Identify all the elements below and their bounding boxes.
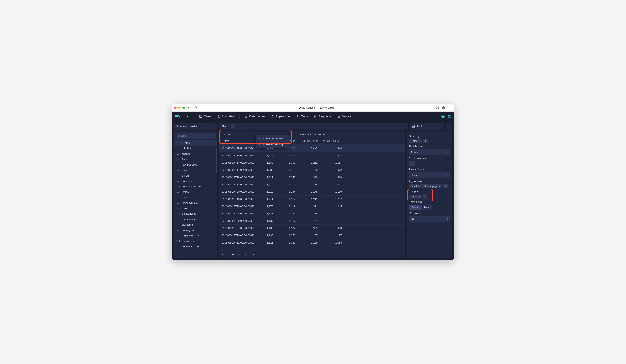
filter-bar[interactable]: Filter: + (219, 123, 408, 129)
column-item[interactable]: 123deltaBucket (174, 211, 217, 216)
settings-icon[interactable] (441, 115, 445, 118)
view-select[interactable]: Table ▼ (410, 123, 444, 129)
view-options-button[interactable]: ··· (446, 123, 452, 129)
search-input[interactable] (175, 133, 216, 139)
next-page-button[interactable] (227, 253, 229, 256)
pivot-column-select[interactable]: None ▼ (409, 172, 450, 178)
column-header-time[interactable]: __time (219, 137, 254, 144)
aggregate-count-tag[interactable]: Count✕ (409, 184, 422, 188)
column-item[interactable]: Anamespace (174, 216, 217, 222)
translate-icon[interactable] (436, 106, 439, 109)
step-up-icon[interactable]: ▲ (446, 217, 448, 219)
cell-count: 1,339 (254, 166, 276, 173)
remove-tag-icon[interactable]: ✕ (439, 185, 441, 188)
add-aggregate-button[interactable]: + (443, 184, 448, 188)
extensions-icon[interactable] (442, 106, 445, 109)
column-item[interactable]: AcountryName (174, 227, 217, 233)
step-down-icon[interactable]: ▼ (446, 219, 448, 221)
add-filter-button[interactable]: + (231, 124, 235, 128)
table-row[interactable]: 2016-06-27T09:00:00.000Z1,1371,1271,1411… (219, 217, 405, 225)
cell-time: 2016-06-27T09:00:00.000Z (219, 217, 254, 224)
column-item[interactable]: AisUnpatrolled (174, 162, 217, 167)
prev-page-button[interactable] (222, 253, 224, 256)
nav-supervisors[interactable]: Supervisors (269, 114, 293, 119)
table-row[interactable]: 2016-06-27T19:00:00.000Z1,1751,1191,3211… (219, 203, 405, 210)
column-item[interactable]: 123commentLength (174, 184, 217, 189)
table-row[interactable]: 2016-06-27T20:00:00.000Z1,2131,1541,1751… (219, 188, 405, 196)
delta-false-button[interactable]: False (409, 204, 421, 210)
compare-tag[interactable]: 1 hour✕ (409, 195, 422, 199)
add-column-button[interactable]: + (409, 161, 415, 166)
menu-icon[interactable] (448, 106, 452, 109)
column-item[interactable]: AcityName (174, 222, 217, 227)
nav-services[interactable]: Services (335, 114, 355, 119)
table-row[interactable]: 2016-06-27T16:00:00.000Z1,4421,3721,4221… (219, 145, 405, 152)
logo[interactable]: druid (175, 114, 189, 119)
remove-tag-icon[interactable]: ✕ (419, 195, 420, 198)
show-columns-label: Show columns (409, 157, 450, 160)
column-header-prev-unique[interactable]: #prev: Unique p... (320, 137, 344, 144)
time-bucket-select[interactable]: 1 hour ▼ (409, 149, 450, 155)
help-icon[interactable] (448, 115, 451, 118)
back-button[interactable] (188, 106, 191, 109)
column-item[interactable]: __time (174, 140, 217, 146)
svg-point-0 (450, 106, 450, 107)
table-row[interactable]: 2016-06-27T17:00:00.000Z1,3391,3181,4421… (219, 166, 405, 174)
table-icon (412, 124, 415, 128)
cell-unique: 1,119 (276, 203, 298, 210)
table-row[interactable]: 2016-06-27T14:00:00.000Z1,3531,3031,2111… (219, 159, 405, 166)
column-item[interactable]: Acomment (174, 178, 217, 184)
column-item[interactable]: AisNew (174, 189, 217, 195)
aggregate-unique-tag[interactable]: Unique page✕ (422, 184, 442, 188)
table-row[interactable]: 2016-06-27T13:00:00.000Z1,2111,1571,2191… (219, 196, 405, 203)
max-rows-input[interactable]: 200 ▲ ▼ (409, 216, 450, 222)
column-item[interactable]: Achannel (174, 151, 217, 157)
add-group-by-button[interactable]: + (423, 139, 428, 143)
source-select[interactable]: Source: wikipedia ▼ (174, 123, 217, 129)
remove-tag-icon[interactable]: ✕ (419, 140, 421, 142)
minimize-window-button[interactable] (178, 107, 181, 109)
maximize-window-button[interactable] (182, 107, 185, 109)
column-item[interactable]: Aflags (174, 157, 217, 162)
column-name: page (182, 169, 188, 172)
type-icon: A (176, 207, 180, 209)
table-row[interactable]: 2016-06-27T07:00:00.000Z1,1351,102969958 (219, 225, 405, 232)
column-item[interactable]: 123metroCode (174, 238, 217, 244)
type-icon: A (176, 180, 180, 182)
type-icon: A (176, 158, 180, 161)
remove-tag-icon[interactable]: ✕ (418, 185, 420, 188)
reload-button[interactable] (194, 106, 197, 109)
nav-more[interactable] (356, 114, 364, 119)
close-window-button[interactable] (174, 107, 177, 109)
table-row[interactable]: 2016-06-27T12:00:00.000Z1,2191,2071,1151… (219, 181, 405, 188)
order-ascending-item[interactable]: Order ascending (256, 141, 290, 147)
nav-tasks[interactable]: Tasks (294, 114, 311, 119)
table-row[interactable]: 2016-06-27T10:00:00.000Z1,1351,0531,1371… (219, 232, 405, 239)
scrollbar-thumb[interactable] (216, 148, 217, 172)
table-row[interactable]: 2016-06-27T15:00:00.000Z1,4221,3741,3531… (219, 152, 405, 159)
cell-unique: 1,061 (276, 239, 298, 246)
group-by-tag[interactable]: __time✕ (409, 139, 422, 143)
column-item[interactable]: Apage (174, 167, 217, 173)
delta-true-button[interactable]: True (421, 204, 432, 210)
table-row[interactable]: 2016-06-27T08:00:00.000Z1,1411,1211,1351… (219, 210, 405, 217)
order-descending-item[interactable]: Order descending (256, 136, 290, 141)
column-item[interactable]: AisMinor (174, 195, 217, 200)
nav-segments[interactable]: Segments (312, 114, 334, 119)
column-item[interactable]: AisRobot (174, 146, 217, 151)
add-compare-button[interactable]: + (423, 194, 427, 199)
table-row[interactable]: 2016-06-27T11:00:00.000Z1,1151,0611,1351… (219, 239, 405, 246)
nav-load-data[interactable]: Load data (215, 114, 237, 119)
sort-context-menu: Order descending Order ascending (256, 135, 290, 148)
column-item[interactable]: Auser (174, 206, 217, 211)
column-item[interactable]: AcountryIsoCode (174, 244, 217, 249)
column-item[interactable]: AregionIsoCode (174, 233, 217, 238)
cell-prev-count: 1,115 (298, 181, 320, 188)
nav-datasources[interactable]: Datasources (242, 114, 268, 119)
nav-query[interactable]: Query (197, 114, 214, 119)
column-item[interactable]: AdiffUrl (174, 173, 217, 178)
column-item[interactable]: AisAnonymous (174, 200, 217, 206)
column-header-prev-count[interactable]: #prev: Count (298, 137, 320, 144)
column-name: isRobot (182, 147, 191, 150)
table-row[interactable]: 2016-06-27T18:00:00.000Z1,3211,2451,3391… (219, 174, 405, 181)
